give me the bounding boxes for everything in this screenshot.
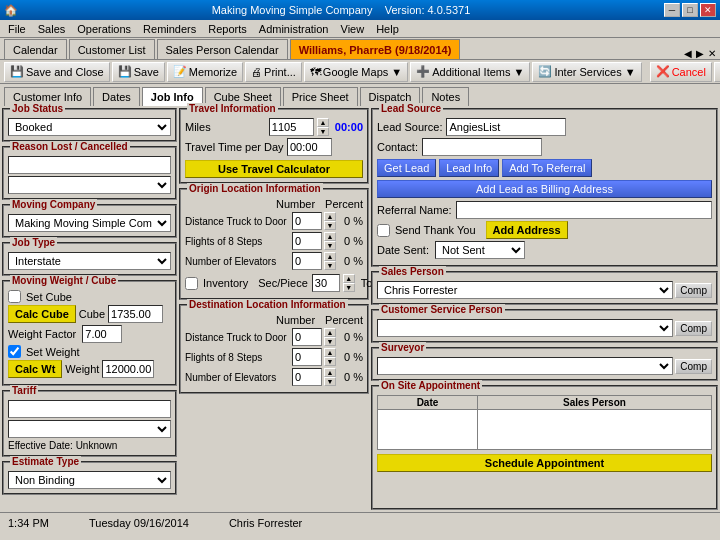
dest-elevators-up[interactable]: ▲ [324, 368, 336, 377]
travel-time-input[interactable] [287, 138, 332, 156]
contact-input[interactable] [422, 138, 542, 156]
subtab-price-sheet[interactable]: Price Sheet [283, 87, 358, 106]
tab-bar: Calendar Customer List Sales Person Cale… [0, 38, 720, 60]
miles-down-btn[interactable]: ▼ [317, 127, 329, 136]
menu-file[interactable]: File [2, 22, 32, 36]
tab-sales-person-calendar[interactable]: Sales Person Calendar [157, 39, 288, 59]
weight-factor-input[interactable] [82, 325, 122, 343]
origin-flights-up[interactable]: ▲ [324, 232, 336, 241]
lead-source-input[interactable] [446, 118, 566, 136]
origin-distance-up[interactable]: ▲ [324, 212, 336, 221]
subtab-dates[interactable]: Dates [93, 87, 140, 106]
tariff-input[interactable] [8, 400, 171, 418]
miles-up-btn[interactable]: ▲ [317, 118, 329, 127]
tab-customer-list[interactable]: Customer List [69, 39, 155, 59]
weight-value-input[interactable] [102, 360, 154, 378]
menu-reminders[interactable]: Reminders [137, 22, 202, 36]
sec-piece-down[interactable]: ▼ [343, 283, 355, 292]
additional-items-button[interactable]: ➕ Additional Items ▼ [410, 62, 530, 82]
set-cube-checkbox[interactable] [8, 290, 21, 303]
window-controls[interactable]: ─ □ ✕ [664, 3, 716, 17]
google-maps-button[interactable]: 🗺 Google Maps ▼ [304, 62, 408, 82]
menu-reports[interactable]: Reports [202, 22, 253, 36]
origin-distance-input[interactable] [292, 212, 322, 230]
toolbar: 💾 Save and Close 💾 Save 📝 Memorize 🖨 Pri… [0, 60, 720, 84]
menu-bar: File Sales Operations Reminders Reports … [0, 20, 720, 38]
customer-service-comp-button[interactable]: Comp [675, 321, 712, 336]
get-lead-button[interactable]: Get Lead [377, 159, 436, 177]
dest-distance-up[interactable]: ▲ [324, 328, 336, 337]
tab-williams[interactable]: Williams, PharreB (9/18/2014) [290, 39, 461, 59]
dest-elevators-pct: 0 % [338, 371, 363, 383]
sec-piece-up[interactable]: ▲ [343, 274, 355, 283]
sales-person-select[interactable]: Chris Forrester [377, 281, 673, 299]
print-button[interactable]: 🖨 Print... [245, 62, 302, 82]
tab-calendar[interactable]: Calendar [4, 39, 67, 59]
inter-services-button[interactable]: 🔄 Inter Services ▼ [532, 62, 641, 82]
date-sent-select[interactable]: Not Sent [435, 241, 525, 259]
origin-distance-down[interactable]: ▼ [324, 221, 336, 230]
menu-operations[interactable]: Operations [71, 22, 137, 36]
job-type-select[interactable]: Interstate Local Long Distance [8, 252, 171, 270]
reason-lost-select[interactable] [8, 176, 171, 194]
set-weight-checkbox[interactable] [8, 345, 21, 358]
origin-elevators-up[interactable]: ▲ [324, 252, 336, 261]
menu-help[interactable]: Help [370, 22, 405, 36]
dest-elevators-down[interactable]: ▼ [324, 377, 336, 386]
miles-input[interactable] [269, 118, 314, 136]
dest-flights-down[interactable]: ▼ [324, 357, 336, 366]
appt-sales-person-header: Sales Person [477, 396, 711, 410]
schedule-appointment-button[interactable]: Schedule Appointment [377, 454, 712, 472]
menu-view[interactable]: View [335, 22, 371, 36]
tab-nav-left[interactable]: ◀ [684, 48, 692, 59]
origin-elevators-input[interactable] [292, 252, 322, 270]
tariff-select[interactable] [8, 420, 171, 438]
surveyor-panel: Surveyor Comp [371, 347, 718, 381]
moving-company-select[interactable]: Making Moving Simple Compan [8, 214, 171, 232]
minimize-button[interactable]: ─ [664, 3, 680, 17]
save-button[interactable]: 💾 Save [112, 62, 165, 82]
job-status-select[interactable]: Booked Cancelled Completed [8, 118, 171, 136]
calc-cube-button[interactable]: Calc Cube [8, 305, 76, 323]
surveyor-select[interactable] [377, 357, 673, 375]
cube-value-input[interactable] [108, 305, 163, 323]
origin-flights-input[interactable] [292, 232, 322, 250]
estimate-type-select[interactable]: Non Binding Binding Not To Exceed [8, 471, 171, 489]
tab-nav-right[interactable]: ▶ [696, 48, 704, 59]
menu-administration[interactable]: Administration [253, 22, 335, 36]
origin-flights-down[interactable]: ▼ [324, 241, 336, 250]
status-date: Tuesday 09/16/2014 [89, 517, 189, 529]
origin-elevators-down[interactable]: ▼ [324, 261, 336, 270]
help-button[interactable]: ❓ Help Me! ▼ [714, 62, 720, 82]
dest-distance-input[interactable] [292, 328, 322, 346]
dest-flights-up[interactable]: ▲ [324, 348, 336, 357]
lead-info-button[interactable]: Lead Info [439, 159, 499, 177]
calc-wt-button[interactable]: Calc Wt [8, 360, 62, 378]
cancel-button[interactable]: ❌ Cancel [650, 62, 712, 82]
reason-lost-input[interactable] [8, 156, 171, 174]
menu-sales[interactable]: Sales [32, 22, 72, 36]
dest-elevators-input[interactable] [292, 368, 322, 386]
origin-elevators-pct: 0 % [338, 255, 363, 267]
inventory-checkbox[interactable] [185, 277, 198, 290]
tab-close[interactable]: ✕ [708, 48, 716, 59]
dest-flights-input[interactable] [292, 348, 322, 366]
use-travel-calculator-button[interactable]: Use Travel Calculator [185, 160, 363, 178]
close-button[interactable]: ✕ [700, 3, 716, 17]
send-thank-you-checkbox[interactable] [377, 224, 390, 237]
add-lead-billing-button[interactable]: Add Lead as Billing Address [377, 180, 712, 198]
add-address-button[interactable]: Add Address [486, 221, 568, 239]
add-to-referral-button[interactable]: Add To Referral [502, 159, 592, 177]
tariff-title: Tariff [10, 385, 38, 396]
save-close-button[interactable]: 💾 Save and Close [4, 62, 110, 82]
referral-name-input[interactable] [456, 201, 712, 219]
dest-distance-down[interactable]: ▼ [324, 337, 336, 346]
surveyor-comp-button[interactable]: Comp [675, 359, 712, 374]
sales-person-comp-button[interactable]: Comp [675, 283, 712, 298]
maximize-button[interactable]: □ [682, 3, 698, 17]
memorize-button[interactable]: 📝 Memorize [167, 62, 243, 82]
customer-service-select[interactable] [377, 319, 673, 337]
appt-date-header: Date [378, 396, 478, 410]
origin-number-header: Number [276, 198, 315, 210]
sec-piece-input[interactable] [312, 274, 340, 292]
